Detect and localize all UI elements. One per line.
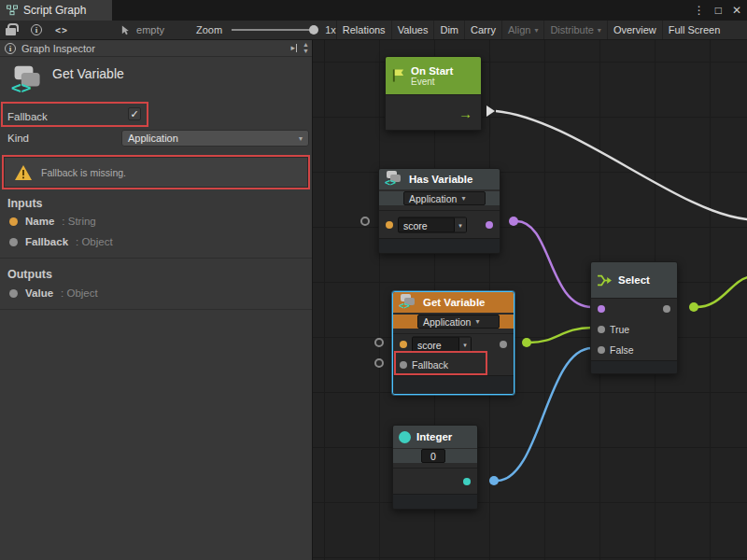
graph-inspector-panel: i Graph Inspector ▸ ▲ ▼ <> Get Variable … — [0, 40, 313, 560]
unconnected-fallback-port[interactable] — [374, 358, 384, 368]
window-titlebar: Script Graph ⋮ □ ✕ — [0, 0, 747, 21]
name-input-port[interactable] — [386, 221, 393, 229]
graph-toolbar: i <> empty Zoom 1x Relations Values Dim … — [0, 21, 747, 40]
variable-name-dropdown[interactable]: score ▾ — [398, 217, 467, 233]
dock-inspector-icon[interactable]: ▸ — [290, 43, 297, 52]
dim-label: Dim — [440, 24, 458, 35]
variable-kind-dropdown[interactable]: Application ▾ — [403, 191, 486, 205]
graph-canvas[interactable]: On Start Event → <> Has Variable Applica… — [313, 40, 747, 560]
output-row-value: Value : Object — [9, 287, 98, 299]
relations-button[interactable]: Relations — [336, 21, 391, 39]
kind-value: Application — [423, 316, 471, 328]
align-button: Align ▾ — [501, 21, 543, 39]
name-input-port[interactable] — [400, 341, 407, 348]
unconnected-input-port[interactable] — [374, 338, 384, 347]
value-output-port[interactable] — [500, 341, 507, 348]
align-label: Align — [508, 24, 530, 35]
string-port-icon — [9, 217, 18, 226]
kebab-menu-icon[interactable]: ⋮ — [694, 4, 705, 17]
code-view-icon[interactable]: <> — [55, 25, 68, 35]
node-get-variable[interactable]: <> Get Variable Application ▾ score ▾ Fa… — [392, 291, 514, 395]
node-title: Integer — [416, 431, 452, 442]
false-input-port[interactable] — [598, 346, 605, 354]
divider — [0, 258, 312, 259]
unconnected-input-port[interactable] — [360, 217, 370, 226]
kind-dropdown[interactable]: Application ▾ — [121, 130, 309, 147]
close-icon[interactable]: ✕ — [732, 4, 741, 17]
zoom-slider-handle[interactable] — [309, 25, 318, 35]
values-label: Values — [398, 24, 429, 35]
true-input-port[interactable] — [598, 326, 605, 333]
node-title: On Start — [411, 65, 453, 77]
info-icon[interactable]: i — [31, 24, 42, 35]
variable-name-dropdown[interactable]: score ▾ — [412, 337, 472, 353]
has-variable-body: score ▾ — [379, 210, 500, 238]
node-select[interactable]: Select True False — [590, 261, 678, 374]
info-icon: i — [5, 43, 16, 54]
overview-button[interactable]: Overview — [607, 21, 662, 39]
chevron-down-icon: ▾ — [475, 317, 479, 326]
scroll-up-icon: ▲ — [303, 41, 309, 48]
input-row-fallback: Fallback : Object — [9, 236, 113, 247]
chevron-down-icon: ▾ — [598, 26, 601, 35]
lock-icon[interactable] — [6, 28, 16, 35]
node-has-variable[interactable]: <> Has Variable Application ▾ score ▾ — [378, 168, 500, 254]
variable-name-value: score — [399, 219, 454, 231]
inspected-unit-title: Get Variable — [52, 66, 124, 81]
integer-footer — [393, 494, 477, 509]
maximize-icon[interactable]: □ — [715, 4, 722, 17]
integer-output-port[interactable] — [463, 478, 471, 485]
wire-getvariable-to-select-true[interactable] — [529, 328, 592, 343]
distribute-label: Distribute — [550, 24, 593, 35]
panel-scroll-arrows[interactable]: ▲ ▼ — [303, 41, 309, 54]
integer-output-port-connected[interactable] — [489, 476, 499, 485]
select-header: Select — [591, 262, 677, 298]
node-title: Get Variable — [423, 297, 485, 308]
annotation-box-fallback-port — [394, 351, 487, 375]
distribute-button: Distribute ▾ — [543, 21, 606, 39]
integer-value-input[interactable]: 0 — [421, 449, 445, 463]
kind-value: Application — [128, 133, 178, 144]
condition-row — [591, 299, 677, 319]
values-button[interactable]: Values — [391, 21, 434, 39]
tab-script-graph[interactable]: Script Graph — [0, 0, 112, 21]
scroll-down-icon: ▼ — [303, 48, 309, 54]
chevron-down-icon: ▾ — [461, 194, 465, 203]
chevron-down-icon: ▾ — [299, 134, 303, 143]
input-name: Fallback — [25, 236, 68, 247]
selection-output-port[interactable] — [663, 305, 670, 313]
fullscreen-button[interactable]: Full Screen — [662, 21, 726, 39]
flow-output-port[interactable] — [486, 105, 495, 117]
selection-label: empty — [136, 24, 164, 35]
bool-output-port[interactable] — [486, 221, 493, 229]
inspector-header: i Graph Inspector ▸ ▲ ▼ — [0, 40, 312, 57]
value-output-port-connected[interactable] — [522, 338, 531, 347]
wire-select-output[interactable] — [697, 277, 747, 307]
carry-button[interactable]: Carry — [464, 21, 501, 39]
select-output-port-connected[interactable] — [689, 302, 698, 312]
has-variable-footer — [379, 238, 500, 253]
variable-unit-icon: <> — [11, 64, 45, 98]
condition-input-port[interactable] — [598, 305, 605, 313]
output-type: : Object — [61, 287, 98, 299]
output-name: Value — [25, 287, 53, 299]
zoom-label: Zoom — [196, 24, 222, 35]
warning-box: Fallback is missing. — [4, 157, 308, 188]
dim-button[interactable]: Dim — [433, 21, 464, 39]
annotation-box-fallback-toggle — [1, 102, 148, 127]
wire-hasvariable-to-select[interactable] — [516, 221, 592, 307]
has-variable-header: <> Has Variable — [379, 169, 500, 189]
zoom-slider[interactable] — [232, 29, 317, 31]
inspector-title: Graph Inspector — [21, 43, 95, 54]
bool-output-port-connected[interactable] — [509, 217, 518, 226]
flow-arrow-icon: → — [458, 105, 472, 120]
relations-label: Relations — [343, 24, 386, 35]
node-integer[interactable]: Integer 0 — [392, 425, 478, 510]
node-on-start[interactable]: On Start Event → — [385, 56, 482, 131]
carry-label: Carry — [471, 24, 496, 35]
input-row-name: Name : String — [9, 216, 96, 227]
wire-flow-onstart[interactable] — [496, 111, 747, 219]
node-title: Has Variable — [409, 174, 472, 185]
variable-kind-dropdown[interactable]: Application ▾ — [417, 315, 500, 329]
integer-icon — [399, 431, 411, 443]
